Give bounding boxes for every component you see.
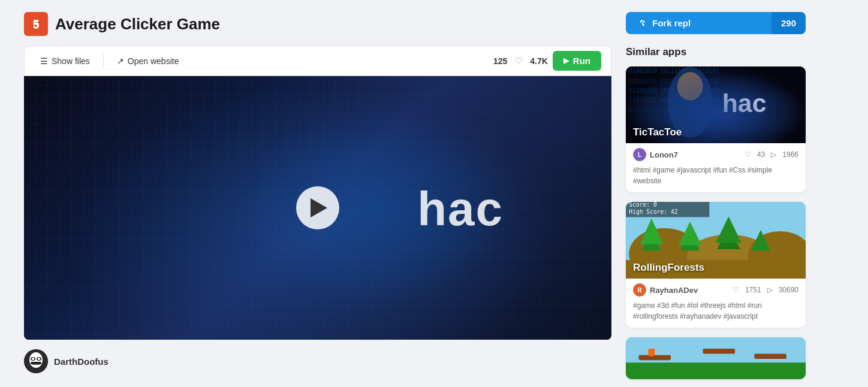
right-column: Fork repl 290 Similar apps	[626, 12, 806, 387]
svg-text:5: 5	[32, 17, 39, 31]
svg-rect-45	[703, 349, 736, 354]
open-website-label: Open website	[128, 56, 179, 66]
heart-icon-1: ♡	[745, 150, 751, 159]
similar-apps-title: Similar apps	[626, 46, 806, 58]
toolbar-divider	[103, 54, 104, 68]
app-card-tictactoe[interactable]: 01001010 10110101 01010101 10101010 0110…	[626, 66, 806, 192]
thumb-image-3	[626, 337, 806, 379]
app-card-thumb-1: 01001010 10110101 01010101 10101010 0110…	[626, 66, 806, 143]
play-icon-1: ▷	[771, 150, 776, 159]
hac-text-overlay: hac	[417, 182, 504, 237]
svg-text:Score: 0: Score: 0	[629, 202, 657, 208]
app-card-1-name: TicTacToe	[633, 126, 682, 138]
fork-icon	[638, 19, 647, 28]
app-card-2-tags: #game #3d #fun #lol #threejs #html #run …	[633, 300, 798, 322]
app-card-1-likes: 43	[757, 150, 765, 159]
run-label: Run	[573, 56, 590, 66]
run-button[interactable]: Run	[553, 51, 601, 71]
app-card-2-author: R RayhanADev	[633, 283, 698, 297]
app-card-1-author-name: Lonon7	[650, 150, 678, 159]
show-files-button[interactable]: ☰ Show files	[34, 53, 96, 69]
svg-text:L: L	[638, 152, 641, 158]
heart-icon[interactable]: ♡	[514, 55, 523, 66]
play-icon-2: ▷	[767, 286, 773, 294]
files-icon: ☰	[40, 56, 48, 66]
avatar	[24, 349, 48, 373]
app-card-1-stats: ♡ 43 ▷ 1966	[745, 150, 798, 159]
svg-text:High Score: 42: High Score: 42	[629, 208, 677, 215]
video-container[interactable]: hac	[24, 76, 611, 340]
app-card-2-avatar: R	[633, 283, 646, 297]
fork-button[interactable]: Fork repl	[626, 12, 771, 34]
svg-rect-44	[638, 355, 671, 361]
app-card-2-meta: R RayhanADev ♡ 1751 ▷ 30690	[633, 283, 798, 297]
app-card-2-stats: ♡ 1751 ▷ 30690	[733, 286, 798, 294]
app-card-2-name: RollingForests	[633, 262, 704, 274]
left-column: 5 5 Average Clicker Game ☰ Show files ↗ …	[24, 12, 611, 387]
svg-text:R: R	[637, 287, 642, 294]
html5-icon: 5 5	[24, 12, 48, 36]
app-card-1-author: L Lonon7	[633, 148, 678, 161]
svg-point-10	[32, 358, 35, 360]
fork-label: Fork repl	[652, 18, 691, 28]
app-card-thumb-2: Score: 0 High Score: 42 RollingForests	[626, 202, 806, 279]
author-name: DarthDoofus	[54, 356, 108, 367]
video-preview: hac	[24, 76, 611, 340]
author-section: DarthDoofus	[24, 349, 611, 373]
app-card-1-tags: #html #game #javascript #fun #Css #simpl…	[633, 165, 798, 186]
fork-count[interactable]: 290	[771, 12, 806, 34]
svg-point-11	[38, 358, 41, 360]
external-link-icon: ↗	[117, 56, 124, 66]
app-header: 5 5 Average Clicker Game	[24, 12, 611, 36]
app-card-2-likes: 1751	[745, 286, 761, 294]
svg-rect-47	[649, 349, 655, 356]
svg-rect-43	[626, 363, 806, 380]
app-card-2-views: 30690	[779, 286, 798, 294]
page-title: Average Clicker Game	[55, 15, 220, 34]
app-card-1-views: 1966	[782, 150, 798, 159]
app-card-2-body: R RayhanADev ♡ 1751 ▷ 30690 #game #3d #f…	[626, 279, 806, 328]
heart-icon-2: ♡	[733, 286, 739, 294]
app-card-1-avatar: L	[633, 148, 646, 161]
stats-section: 125 ♡ 4.7K	[493, 55, 548, 66]
play-icon	[563, 58, 569, 64]
app-card-rollingforests[interactable]: Score: 0 High Score: 42 RollingForests R…	[626, 202, 806, 328]
show-files-label: Show files	[52, 56, 90, 66]
play-button[interactable]	[296, 186, 339, 229]
app-card-1-meta: L Lonon7 ♡ 43 ▷ 1966	[633, 148, 798, 161]
view-count: 4.7K	[530, 56, 548, 66]
open-website-button[interactable]: ↗ Open website	[111, 53, 185, 69]
app-card-1-body: L Lonon7 ♡ 43 ▷ 1966 #html #game #javasc…	[626, 143, 806, 192]
app-card-platformer[interactable]	[626, 337, 806, 379]
app-card-thumb-3	[626, 337, 806, 379]
svg-rect-46	[754, 354, 786, 359]
toolbar: ☰ Show files ↗ Open website 125 ♡ 4.7K R…	[24, 46, 611, 76]
fork-bar: Fork repl 290	[626, 12, 806, 34]
svg-rect-12	[32, 364, 40, 365]
like-count: 125	[493, 56, 507, 66]
app-card-2-author-name: RayhanADev	[650, 286, 698, 295]
similar-apps-section: Similar apps 01	[626, 46, 806, 379]
